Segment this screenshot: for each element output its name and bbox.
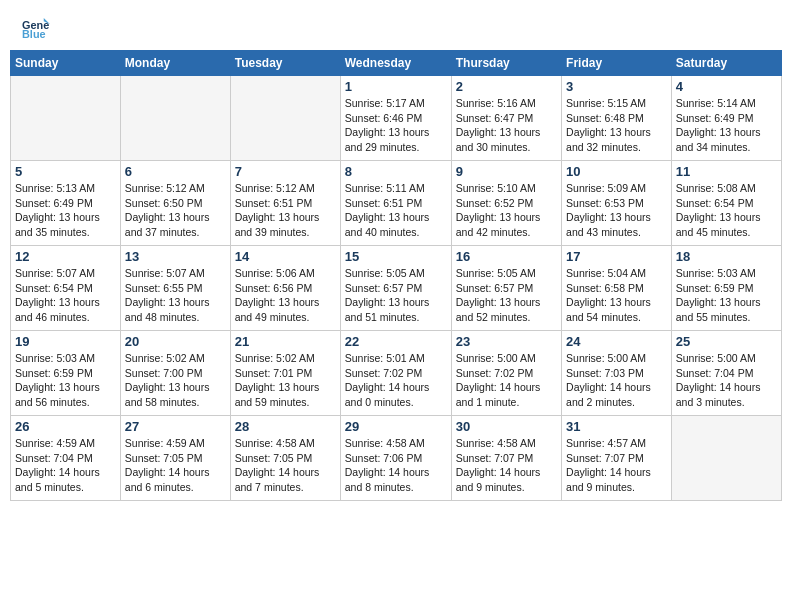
day-info: Sunrise: 5:00 AMSunset: 7:04 PMDaylight:… (676, 351, 777, 410)
day-info: Sunrise: 5:00 AMSunset: 7:03 PMDaylight:… (566, 351, 667, 410)
day-number: 22 (345, 334, 447, 349)
day-number: 25 (676, 334, 777, 349)
calendar-day-header: Monday (120, 51, 230, 76)
calendar-day-cell: 7Sunrise: 5:12 AMSunset: 6:51 PMDaylight… (230, 161, 340, 246)
day-info: Sunrise: 5:15 AMSunset: 6:48 PMDaylight:… (566, 96, 667, 155)
calendar-day-cell: 5Sunrise: 5:13 AMSunset: 6:49 PMDaylight… (11, 161, 121, 246)
calendar-day-header: Sunday (11, 51, 121, 76)
day-info: Sunrise: 5:00 AMSunset: 7:02 PMDaylight:… (456, 351, 557, 410)
calendar-day-cell: 20Sunrise: 5:02 AMSunset: 7:00 PMDayligh… (120, 331, 230, 416)
day-number: 1 (345, 79, 447, 94)
day-number: 17 (566, 249, 667, 264)
calendar-table: SundayMondayTuesdayWednesdayThursdayFrid… (10, 50, 782, 501)
day-info: Sunrise: 5:07 AMSunset: 6:54 PMDaylight:… (15, 266, 116, 325)
day-info: Sunrise: 4:59 AMSunset: 7:05 PMDaylight:… (125, 436, 226, 495)
calendar-day-cell: 14Sunrise: 5:06 AMSunset: 6:56 PMDayligh… (230, 246, 340, 331)
day-info: Sunrise: 5:13 AMSunset: 6:49 PMDaylight:… (15, 181, 116, 240)
day-number: 11 (676, 164, 777, 179)
calendar-day-cell: 18Sunrise: 5:03 AMSunset: 6:59 PMDayligh… (671, 246, 781, 331)
calendar-day-cell: 17Sunrise: 5:04 AMSunset: 6:58 PMDayligh… (562, 246, 672, 331)
day-info: Sunrise: 5:09 AMSunset: 6:53 PMDaylight:… (566, 181, 667, 240)
day-number: 30 (456, 419, 557, 434)
calendar-day-cell: 30Sunrise: 4:58 AMSunset: 7:07 PMDayligh… (451, 416, 561, 501)
day-number: 16 (456, 249, 557, 264)
calendar-day-cell: 28Sunrise: 4:58 AMSunset: 7:05 PMDayligh… (230, 416, 340, 501)
calendar-day-header: Friday (562, 51, 672, 76)
day-number: 15 (345, 249, 447, 264)
calendar-week-row: 1Sunrise: 5:17 AMSunset: 6:46 PMDaylight… (11, 76, 782, 161)
day-number: 2 (456, 79, 557, 94)
day-number: 12 (15, 249, 116, 264)
day-number: 4 (676, 79, 777, 94)
day-info: Sunrise: 4:58 AMSunset: 7:07 PMDaylight:… (456, 436, 557, 495)
calendar-day-cell: 10Sunrise: 5:09 AMSunset: 6:53 PMDayligh… (562, 161, 672, 246)
calendar-day-cell (230, 76, 340, 161)
day-info: Sunrise: 5:05 AMSunset: 6:57 PMDaylight:… (345, 266, 447, 325)
calendar-day-cell: 24Sunrise: 5:00 AMSunset: 7:03 PMDayligh… (562, 331, 672, 416)
day-info: Sunrise: 4:57 AMSunset: 7:07 PMDaylight:… (566, 436, 667, 495)
calendar-day-cell (11, 76, 121, 161)
calendar-week-row: 12Sunrise: 5:07 AMSunset: 6:54 PMDayligh… (11, 246, 782, 331)
day-number: 29 (345, 419, 447, 434)
day-info: Sunrise: 5:16 AMSunset: 6:47 PMDaylight:… (456, 96, 557, 155)
day-info: Sunrise: 5:11 AMSunset: 6:51 PMDaylight:… (345, 181, 447, 240)
logo-icon: General Blue (22, 18, 50, 40)
day-number: 20 (125, 334, 226, 349)
calendar-day-cell: 15Sunrise: 5:05 AMSunset: 6:57 PMDayligh… (340, 246, 451, 331)
day-info: Sunrise: 4:58 AMSunset: 7:05 PMDaylight:… (235, 436, 336, 495)
calendar-week-row: 26Sunrise: 4:59 AMSunset: 7:04 PMDayligh… (11, 416, 782, 501)
day-info: Sunrise: 5:03 AMSunset: 6:59 PMDaylight:… (15, 351, 116, 410)
day-info: Sunrise: 5:05 AMSunset: 6:57 PMDaylight:… (456, 266, 557, 325)
day-number: 31 (566, 419, 667, 434)
day-number: 6 (125, 164, 226, 179)
calendar-week-row: 5Sunrise: 5:13 AMSunset: 6:49 PMDaylight… (11, 161, 782, 246)
calendar-day-cell: 23Sunrise: 5:00 AMSunset: 7:02 PMDayligh… (451, 331, 561, 416)
day-number: 13 (125, 249, 226, 264)
day-number: 14 (235, 249, 336, 264)
calendar-day-header: Thursday (451, 51, 561, 76)
day-number: 5 (15, 164, 116, 179)
calendar-day-cell: 3Sunrise: 5:15 AMSunset: 6:48 PMDaylight… (562, 76, 672, 161)
day-number: 7 (235, 164, 336, 179)
day-info: Sunrise: 5:01 AMSunset: 7:02 PMDaylight:… (345, 351, 447, 410)
calendar-day-cell: 31Sunrise: 4:57 AMSunset: 7:07 PMDayligh… (562, 416, 672, 501)
calendar-day-header: Wednesday (340, 51, 451, 76)
logo: General Blue (20, 18, 54, 40)
calendar-day-cell: 4Sunrise: 5:14 AMSunset: 6:49 PMDaylight… (671, 76, 781, 161)
calendar-day-cell: 29Sunrise: 4:58 AMSunset: 7:06 PMDayligh… (340, 416, 451, 501)
day-number: 27 (125, 419, 226, 434)
calendar-day-cell: 11Sunrise: 5:08 AMSunset: 6:54 PMDayligh… (671, 161, 781, 246)
day-info: Sunrise: 5:04 AMSunset: 6:58 PMDaylight:… (566, 266, 667, 325)
day-info: Sunrise: 5:08 AMSunset: 6:54 PMDaylight:… (676, 181, 777, 240)
day-info: Sunrise: 5:02 AMSunset: 7:01 PMDaylight:… (235, 351, 336, 410)
calendar-day-cell: 26Sunrise: 4:59 AMSunset: 7:04 PMDayligh… (11, 416, 121, 501)
day-info: Sunrise: 5:14 AMSunset: 6:49 PMDaylight:… (676, 96, 777, 155)
calendar-day-cell: 19Sunrise: 5:03 AMSunset: 6:59 PMDayligh… (11, 331, 121, 416)
page-header: General Blue (10, 10, 782, 44)
calendar-week-row: 19Sunrise: 5:03 AMSunset: 6:59 PMDayligh… (11, 331, 782, 416)
day-info: Sunrise: 4:59 AMSunset: 7:04 PMDaylight:… (15, 436, 116, 495)
calendar-day-cell: 25Sunrise: 5:00 AMSunset: 7:04 PMDayligh… (671, 331, 781, 416)
calendar-day-cell (671, 416, 781, 501)
calendar-day-cell: 8Sunrise: 5:11 AMSunset: 6:51 PMDaylight… (340, 161, 451, 246)
day-info: Sunrise: 5:10 AMSunset: 6:52 PMDaylight:… (456, 181, 557, 240)
day-info: Sunrise: 5:03 AMSunset: 6:59 PMDaylight:… (676, 266, 777, 325)
day-number: 26 (15, 419, 116, 434)
calendar-day-header: Saturday (671, 51, 781, 76)
day-info: Sunrise: 5:07 AMSunset: 6:55 PMDaylight:… (125, 266, 226, 325)
day-number: 28 (235, 419, 336, 434)
day-info: Sunrise: 5:17 AMSunset: 6:46 PMDaylight:… (345, 96, 447, 155)
day-number: 18 (676, 249, 777, 264)
day-info: Sunrise: 5:06 AMSunset: 6:56 PMDaylight:… (235, 266, 336, 325)
day-info: Sunrise: 4:58 AMSunset: 7:06 PMDaylight:… (345, 436, 447, 495)
day-number: 9 (456, 164, 557, 179)
day-info: Sunrise: 5:02 AMSunset: 7:00 PMDaylight:… (125, 351, 226, 410)
calendar-day-cell: 27Sunrise: 4:59 AMSunset: 7:05 PMDayligh… (120, 416, 230, 501)
day-info: Sunrise: 5:12 AMSunset: 6:50 PMDaylight:… (125, 181, 226, 240)
calendar-day-cell: 9Sunrise: 5:10 AMSunset: 6:52 PMDaylight… (451, 161, 561, 246)
day-number: 24 (566, 334, 667, 349)
day-number: 21 (235, 334, 336, 349)
day-info: Sunrise: 5:12 AMSunset: 6:51 PMDaylight:… (235, 181, 336, 240)
calendar-day-cell: 6Sunrise: 5:12 AMSunset: 6:50 PMDaylight… (120, 161, 230, 246)
calendar-day-cell: 22Sunrise: 5:01 AMSunset: 7:02 PMDayligh… (340, 331, 451, 416)
